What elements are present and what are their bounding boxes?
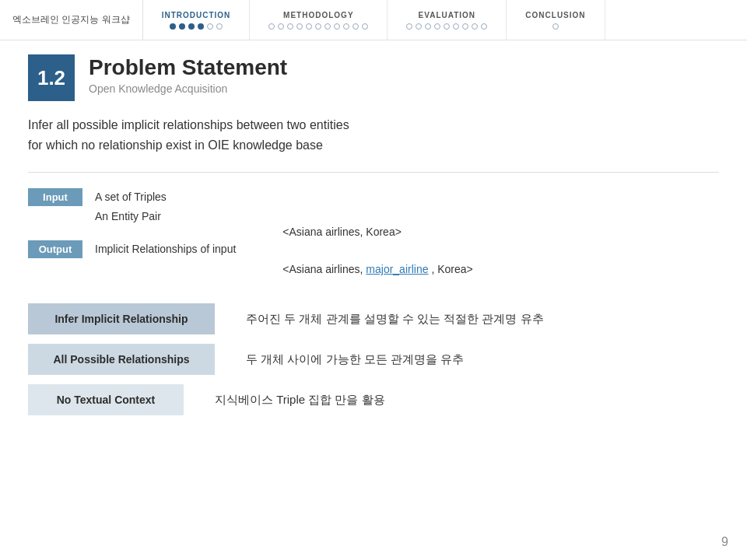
nav-tab-evaluation[interactable]: EVALUATION [388,0,507,40]
nav-tab-conclusion[interactable]: CONCLUSION [507,0,605,40]
nav-dots-methodology [268,23,368,30]
io-right: <Asiana airlines, Korea> <Asiana airline… [282,188,472,280]
dot [481,23,487,30]
divider [28,172,719,173]
dot [334,23,340,30]
navigation-bar: 엑소브레인 인공지능 워크샵 INTRODUCTION METHODOLOGY [0,0,747,40]
dot [207,23,213,30]
example-entity: <Asiana airlines, Korea> [282,226,402,238]
nav-tab-conclusion-label: CONCLUSION [525,11,585,19]
dot [416,23,422,30]
input-row: Input A set of Triples An Entity Pair [28,188,236,225]
page-number: 9 [721,535,728,549]
io-left: Input A set of Triples An Entity Pair Ou… [28,188,236,280]
bottom-row-1: Infer Implicit Relationship 주어진 두 개체 관계를… [28,303,719,334]
dot [296,23,303,30]
input-line-1: A set of Triples [95,188,167,205]
dot [170,23,176,30]
dot [179,23,185,30]
bottom-row-3: No Textual Context 지식베이스 Triple 집합 만을 활용 [28,384,719,415]
example-output-start: <Asiana airlines, major_airline , Korea> [282,263,472,275]
nav-dots-introduction [170,23,223,30]
dot [287,23,293,30]
box-infer-implicit: Infer Implicit Relationship [28,303,215,334]
io-section: Input A set of Triples An Entity Pair Ou… [28,188,719,280]
dot [198,23,204,30]
dot [188,23,195,30]
dot [315,23,321,30]
nav-dots-evaluation [406,23,487,30]
dot [453,23,459,30]
output-badge: Output [28,240,82,258]
logo: 엑소브레인 인공지능 워크샵 [0,0,143,40]
section-header: 1.2 Problem Statement Open Knowledge Acq… [28,54,719,101]
nav-items: INTRODUCTION METHODOLOGY [143,0,747,40]
dot [552,23,559,30]
box-all-possible: All Possible Relationships [28,344,215,375]
output-row: Output Implicit Relationships of input [28,240,236,258]
dot [406,23,412,30]
content-area: 1.2 Problem Statement Open Knowledge Acq… [0,40,747,423]
input-text: A set of Triples An Entity Pair [95,188,167,225]
output-text: Implicit Relationships of input [95,240,236,257]
dot [306,23,312,30]
input-badge: Input [28,188,82,206]
example-triples-row [282,188,472,210]
dot [444,23,450,30]
desc-no-textual: 지식베이스 Triple 집합 만을 활용 [215,393,385,408]
nav-tab-introduction-label: INTRODUCTION [162,11,231,19]
section-number: 1.2 [28,54,75,101]
example-output-link: major_airline [366,263,428,275]
dot [362,23,368,30]
bottom-row-2: All Possible Relationships 두 개체 사이에 가능한 … [28,344,719,375]
nav-tab-methodology[interactable]: METHODOLOGY [250,0,388,40]
box-no-textual: No Textual Context [28,384,184,415]
nav-tab-evaluation-label: EVALUATION [419,11,476,19]
example-entity-row: <Asiana airlines, Korea> [282,221,472,243]
dot [352,23,359,30]
dot [278,23,284,30]
dot [216,23,223,30]
nav-tab-methodology-label: METHODOLOGY [283,11,353,19]
dot [268,23,275,30]
bottom-section: Infer Implicit Relationship 주어진 두 개체 관계를… [28,303,719,415]
dot [472,23,478,30]
dot [462,23,468,30]
description-line1: Infer all possible implicit relationship… [28,118,349,131]
dot [425,23,431,30]
section-subtitle: Open Knowledge Acquisition [89,82,287,95]
nav-dots-conclusion [552,23,559,30]
desc-infer-implicit: 주어진 두 개체 관계를 설명할 수 있는 적절한 관계명 유추 [246,312,544,327]
output-line: Implicit Relationships of input [95,240,236,257]
description-line2: for which no relationship exist in OIE k… [28,138,323,152]
section-title-block: Problem Statement Open Knowledge Acquisi… [89,54,287,95]
description: Infer all possible implicit relationship… [28,115,719,155]
dot [434,23,440,30]
input-line-2: An Entity Pair [95,208,167,225]
nav-tab-introduction[interactable]: INTRODUCTION [143,0,251,40]
example-output-row: <Asiana airlines, major_airline , Korea> [282,258,472,280]
dot [343,23,349,30]
dot [324,23,331,30]
section-title: Problem Statement [89,54,287,81]
desc-all-possible: 두 개체 사이에 가능한 모든 관계명을 유추 [246,352,464,367]
